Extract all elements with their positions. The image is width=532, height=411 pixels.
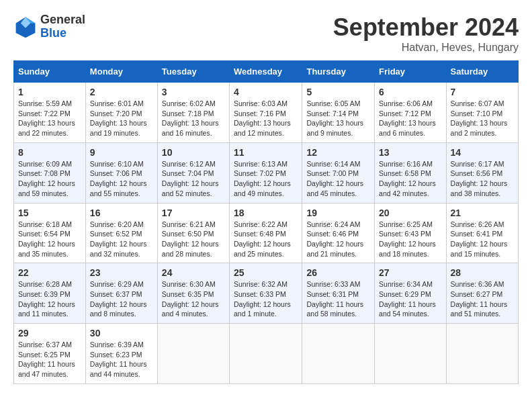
day-number: 18 bbox=[234, 208, 298, 218]
column-header-sunday: Sunday bbox=[14, 61, 86, 83]
day-detail: Sunrise: 6:07 AMSunset: 7:10 PMDaylight:… bbox=[451, 99, 514, 138]
day-detail: Sunrise: 6:17 AMSunset: 6:56 PMDaylight:… bbox=[451, 159, 514, 199]
column-header-monday: Monday bbox=[85, 61, 157, 83]
day-detail: Sunrise: 6:26 AMSunset: 6:41 PMDaylight:… bbox=[451, 220, 514, 259]
calendar-cell bbox=[375, 324, 446, 384]
day-number: 7 bbox=[451, 87, 514, 97]
calendar-cell: 25Sunrise: 6:32 AMSunset: 6:33 PMDayligh… bbox=[230, 263, 302, 324]
day-number: 4 bbox=[234, 87, 298, 97]
logo-icon bbox=[13, 15, 38, 39]
calendar-cell: 5Sunrise: 6:05 AMSunset: 7:14 PMDaylight… bbox=[302, 83, 375, 143]
calendar-cell: 1Sunrise: 5:59 AMSunset: 7:22 PMDaylight… bbox=[14, 83, 86, 143]
column-header-saturday: Saturday bbox=[446, 61, 518, 83]
day-number: 6 bbox=[379, 87, 441, 97]
calendar-cell: 27Sunrise: 6:34 AMSunset: 6:29 PMDayligh… bbox=[375, 263, 446, 324]
day-number: 2 bbox=[90, 87, 153, 97]
calendar-cell bbox=[446, 324, 518, 384]
day-detail: Sunrise: 6:16 AMSunset: 6:58 PMDaylight:… bbox=[379, 159, 441, 199]
page-header: General Blue September 2024 Hatvan, Heve… bbox=[13, 13, 519, 54]
day-detail: Sunrise: 6:06 AMSunset: 7:12 PMDaylight:… bbox=[379, 99, 441, 138]
day-number: 19 bbox=[306, 208, 370, 218]
day-number: 14 bbox=[451, 147, 514, 158]
day-detail: Sunrise: 6:29 AMSunset: 6:37 PMDaylight:… bbox=[90, 279, 153, 319]
calendar-cell: 17Sunrise: 6:21 AMSunset: 6:50 PMDayligh… bbox=[157, 203, 229, 263]
day-number: 29 bbox=[18, 328, 81, 338]
column-header-wednesday: Wednesday bbox=[230, 61, 302, 83]
day-number: 16 bbox=[90, 208, 153, 218]
day-detail: Sunrise: 6:30 AMSunset: 6:35 PMDaylight:… bbox=[162, 279, 225, 319]
location: Hatvan, Heves, Hungary bbox=[333, 42, 519, 54]
calendar-cell: 26Sunrise: 6:33 AMSunset: 6:31 PMDayligh… bbox=[302, 263, 375, 324]
day-detail: Sunrise: 6:02 AMSunset: 7:18 PMDaylight:… bbox=[162, 99, 225, 138]
day-detail: Sunrise: 6:09 AMSunset: 7:08 PMDaylight:… bbox=[18, 159, 81, 199]
calendar-cell: 30Sunrise: 6:39 AMSunset: 6:23 PMDayligh… bbox=[85, 324, 157, 384]
day-number: 27 bbox=[379, 267, 441, 278]
calendar-cell: 16Sunrise: 6:20 AMSunset: 6:52 PMDayligh… bbox=[85, 203, 157, 263]
day-number: 8 bbox=[18, 147, 81, 158]
day-number: 21 bbox=[451, 208, 514, 218]
calendar-cell: 3Sunrise: 6:02 AMSunset: 7:18 PMDaylight… bbox=[157, 83, 229, 143]
day-detail: Sunrise: 6:13 AMSunset: 7:02 PMDaylight:… bbox=[234, 159, 298, 199]
calendar-header-row: SundayMondayTuesdayWednesdayThursdayFrid… bbox=[14, 61, 519, 83]
calendar-cell: 21Sunrise: 6:26 AMSunset: 6:41 PMDayligh… bbox=[446, 203, 518, 263]
day-detail: Sunrise: 6:28 AMSunset: 6:39 PMDaylight:… bbox=[18, 279, 81, 319]
day-detail: Sunrise: 5:59 AMSunset: 7:22 PMDaylight:… bbox=[18, 99, 81, 138]
calendar-cell: 23Sunrise: 6:29 AMSunset: 6:37 PMDayligh… bbox=[85, 263, 157, 324]
day-number: 17 bbox=[162, 208, 225, 218]
day-detail: Sunrise: 6:20 AMSunset: 6:52 PMDaylight:… bbox=[90, 220, 153, 259]
calendar-cell: 22Sunrise: 6:28 AMSunset: 6:39 PMDayligh… bbox=[14, 263, 86, 324]
day-detail: Sunrise: 6:32 AMSunset: 6:33 PMDaylight:… bbox=[234, 279, 298, 319]
calendar-table: SundayMondayTuesdayWednesdayThursdayFrid… bbox=[13, 60, 519, 384]
calendar-cell: 29Sunrise: 6:37 AMSunset: 6:25 PMDayligh… bbox=[14, 324, 86, 384]
day-number: 25 bbox=[234, 267, 298, 278]
day-number: 22 bbox=[18, 267, 81, 278]
day-detail: Sunrise: 6:03 AMSunset: 7:16 PMDaylight:… bbox=[234, 99, 298, 138]
day-detail: Sunrise: 6:14 AMSunset: 7:00 PMDaylight:… bbox=[306, 159, 370, 199]
calendar-cell: 6Sunrise: 6:06 AMSunset: 7:12 PMDaylight… bbox=[375, 83, 446, 143]
day-detail: Sunrise: 6:21 AMSunset: 6:50 PMDaylight:… bbox=[162, 220, 225, 259]
calendar-cell bbox=[302, 324, 375, 384]
calendar-cell: 24Sunrise: 6:30 AMSunset: 6:35 PMDayligh… bbox=[157, 263, 229, 324]
column-header-tuesday: Tuesday bbox=[157, 61, 229, 83]
calendar-week-row: 15Sunrise: 6:18 AMSunset: 6:54 PMDayligh… bbox=[14, 203, 519, 263]
calendar-week-row: 22Sunrise: 6:28 AMSunset: 6:39 PMDayligh… bbox=[14, 263, 519, 324]
calendar-cell bbox=[157, 324, 229, 384]
day-detail: Sunrise: 6:24 AMSunset: 6:46 PMDaylight:… bbox=[306, 220, 370, 259]
day-number: 20 bbox=[379, 208, 441, 218]
day-detail: Sunrise: 6:34 AMSunset: 6:29 PMDaylight:… bbox=[379, 279, 441, 319]
calendar-cell: 15Sunrise: 6:18 AMSunset: 6:54 PMDayligh… bbox=[14, 203, 86, 263]
column-header-friday: Friday bbox=[375, 61, 446, 83]
column-header-thursday: Thursday bbox=[302, 61, 375, 83]
calendar-cell: 20Sunrise: 6:25 AMSunset: 6:43 PMDayligh… bbox=[375, 203, 446, 263]
day-number: 1 bbox=[18, 87, 81, 97]
logo-text: General Blue bbox=[40, 13, 85, 40]
day-number: 23 bbox=[90, 267, 153, 278]
calendar-cell: 7Sunrise: 6:07 AMSunset: 7:10 PMDaylight… bbox=[446, 83, 518, 143]
calendar-week-row: 8Sunrise: 6:09 AMSunset: 7:08 PMDaylight… bbox=[14, 142, 519, 203]
day-detail: Sunrise: 6:22 AMSunset: 6:48 PMDaylight:… bbox=[234, 220, 298, 259]
calendar-cell: 9Sunrise: 6:10 AMSunset: 7:06 PMDaylight… bbox=[85, 142, 157, 203]
day-detail: Sunrise: 6:36 AMSunset: 6:27 PMDaylight:… bbox=[451, 279, 514, 319]
day-number: 26 bbox=[306, 267, 370, 278]
day-number: 10 bbox=[162, 147, 225, 158]
calendar-cell: 11Sunrise: 6:13 AMSunset: 7:02 PMDayligh… bbox=[230, 142, 302, 203]
day-number: 28 bbox=[451, 267, 514, 278]
day-number: 12 bbox=[306, 147, 370, 158]
calendar-cell: 12Sunrise: 6:14 AMSunset: 7:00 PMDayligh… bbox=[302, 142, 375, 203]
calendar-cell: 4Sunrise: 6:03 AMSunset: 7:16 PMDaylight… bbox=[230, 83, 302, 143]
logo: General Blue bbox=[13, 13, 85, 40]
day-detail: Sunrise: 6:05 AMSunset: 7:14 PMDaylight:… bbox=[306, 99, 370, 138]
day-number: 9 bbox=[90, 147, 153, 158]
calendar-cell: 8Sunrise: 6:09 AMSunset: 7:08 PMDaylight… bbox=[14, 142, 86, 203]
calendar-cell: 18Sunrise: 6:22 AMSunset: 6:48 PMDayligh… bbox=[230, 203, 302, 263]
calendar-cell: 10Sunrise: 6:12 AMSunset: 7:04 PMDayligh… bbox=[157, 142, 229, 203]
day-number: 5 bbox=[306, 87, 370, 97]
day-detail: Sunrise: 6:10 AMSunset: 7:06 PMDaylight:… bbox=[90, 159, 153, 199]
calendar-cell: 13Sunrise: 6:16 AMSunset: 6:58 PMDayligh… bbox=[375, 142, 446, 203]
calendar-cell: 19Sunrise: 6:24 AMSunset: 6:46 PMDayligh… bbox=[302, 203, 375, 263]
calendar-cell: 2Sunrise: 6:01 AMSunset: 7:20 PMDaylight… bbox=[85, 83, 157, 143]
day-number: 11 bbox=[234, 147, 298, 158]
day-detail: Sunrise: 6:37 AMSunset: 6:25 PMDaylight:… bbox=[18, 340, 81, 379]
day-number: 13 bbox=[379, 147, 441, 158]
calendar-week-row: 1Sunrise: 5:59 AMSunset: 7:22 PMDaylight… bbox=[14, 83, 519, 143]
